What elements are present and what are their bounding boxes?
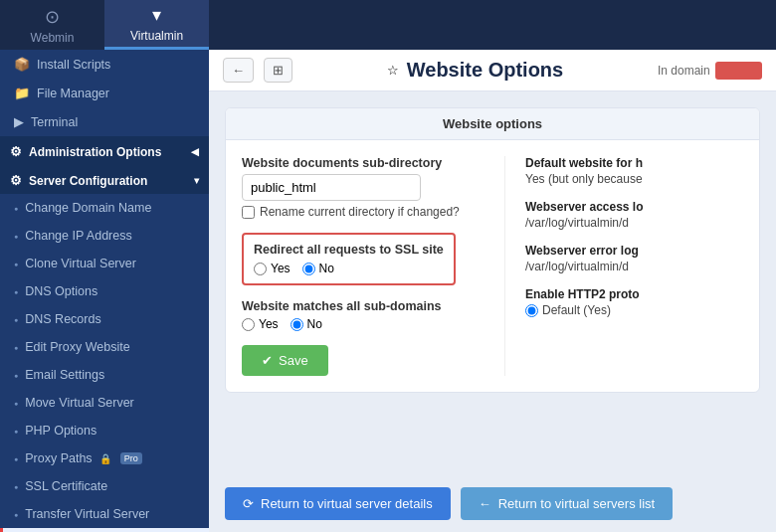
sidebar-item-terminal-label: Terminal [31, 115, 78, 129]
webmin-tab[interactable]: ⊙ Webmin [0, 0, 104, 50]
subdomains-no-text: No [307, 317, 322, 331]
in-domain-label: In domain [658, 64, 710, 78]
sidebar-item-email-settings[interactable]: ● Email Settings [0, 361, 209, 389]
sidebar-item-change-domain-name[interactable]: ● Change Domain Name [0, 194, 209, 222]
main-content: ← ⊞ ☆ Website Options In domain Website … [209, 50, 776, 532]
save-button[interactable]: ✔ Save [242, 345, 328, 376]
right-field-1: Default website for h Yes (but only beca… [525, 156, 743, 186]
subdomains-yes-text: Yes [259, 317, 279, 331]
sidebar-item-ssl-certificate[interactable]: ● SSL Certificate [0, 472, 209, 500]
save-checkmark-icon: ✔ [262, 353, 273, 368]
http2-default-text: Default (Yes) [542, 303, 611, 317]
ssl-redirect-label: Redirect all requests to SSL site [254, 243, 444, 257]
subdomains-no-radio[interactable] [291, 318, 303, 331]
sidebar-item-edit-proxy-website[interactable]: ● Edit Proxy Website [0, 333, 209, 361]
terminal-icon: ▶ [14, 114, 24, 129]
right-field-3-label: Webserver error log [525, 244, 743, 258]
dot-icon: ● [14, 483, 18, 490]
sidebar-item-terminal[interactable]: ▶ Terminal [0, 107, 209, 136]
subdomains-radio-row: Yes No [242, 317, 485, 331]
sidebar-item-label: Move Virtual Server [25, 396, 134, 410]
form-left: Website documents sub-directory Rename c… [242, 156, 485, 376]
footer-buttons: ⟳ Return to virtual server details ← Ret… [209, 475, 776, 532]
sidebar-item-label: DNS Records [25, 312, 100, 326]
http2-default-radio[interactable] [525, 304, 538, 317]
dot-icon: ● [14, 372, 18, 379]
return-details-icon: ⟳ [243, 496, 254, 511]
header-bar: ← ⊞ ☆ Website Options In domain [209, 50, 776, 91]
sidebar-section-administration[interactable]: ⚙ Administration Options ◀ [0, 136, 209, 165]
pro-badge: Pro [120, 452, 142, 464]
sidebar-item-php-options[interactable]: ● PHP Options [0, 417, 209, 444]
subdomains-no-label[interactable]: No [291, 317, 322, 331]
sidebar-item-label: DNS Options [25, 284, 97, 298]
dot-icon: ● [14, 205, 18, 212]
ssl-no-label[interactable]: No [302, 262, 334, 275]
sidebar-item-label: Edit Proxy Website [25, 340, 129, 354]
right-field-3: Webserver error log /var/log/virtualmin/… [525, 244, 743, 273]
subdomains-yes-label[interactable]: Yes [242, 317, 279, 331]
star-icon[interactable]: ☆ [387, 63, 399, 78]
subdomains-yes-radio[interactable] [242, 318, 255, 331]
ssl-radio-row: Yes No [254, 262, 444, 275]
dot-icon: ● [14, 233, 18, 240]
administration-chevron-icon: ◀ [191, 146, 199, 157]
right-field-4: Enable HTTP2 proto Default (Yes) [525, 287, 743, 317]
form-right: Default website for h Yes (but only beca… [504, 156, 743, 376]
sidebar-item-change-ip-address[interactable]: ● Change IP Address [0, 222, 209, 250]
sidebar-item-dns-records[interactable]: ● DNS Records [0, 305, 209, 333]
save-label: Save [279, 353, 308, 368]
install-scripts-icon: 📦 [14, 57, 30, 72]
sidebar-item-dns-options[interactable]: ● DNS Options [0, 277, 209, 305]
sidebar-section-server-config[interactable]: ⚙ Server Configuration ▾ [0, 165, 209, 194]
sidebar-item-file-manager-label: File Manager [37, 87, 109, 100]
right-field-4-value: Default (Yes) [525, 303, 743, 317]
right-field-2-label: Webserver access lo [525, 200, 743, 214]
ssl-no-text: No [319, 262, 334, 275]
sidebar-section-administration-label: Administration Options [29, 145, 161, 159]
right-field-1-value: Yes (but only because [525, 172, 743, 186]
virtualmin-tab[interactable]: ▾ Virtualmin [104, 0, 209, 50]
rename-checkbox[interactable] [242, 206, 255, 219]
sidebar-item-label: Change Domain Name [25, 201, 151, 215]
ssl-no-radio[interactable] [302, 263, 315, 275]
sidebar-item-install-scripts-label: Install Scripts [37, 58, 110, 72]
sidebar-item-label: SSL Certificate [25, 479, 107, 493]
sidebar-item-label: Transfer Virtual Server [25, 507, 149, 521]
return-details-label: Return to virtual server details [261, 496, 433, 511]
return-to-servers-list-button[interactable]: ← Return to virtual servers list [461, 487, 674, 520]
dot-icon: ● [14, 511, 18, 518]
sidebar-item-label: Clone Virtual Server [25, 257, 136, 270]
ssl-redirect-box: Redirect all requests to SSL site Yes No [242, 233, 456, 285]
subdomains-group: Website matches all sub-domains Yes No [242, 299, 485, 331]
sidebar-item-move-virtual-server[interactable]: ● Move Virtual Server [0, 389, 209, 417]
back-button[interactable]: ← [223, 58, 254, 83]
ssl-yes-text: Yes [271, 262, 291, 275]
ssl-yes-label[interactable]: Yes [254, 262, 291, 275]
right-field-1-label: Default website for h [525, 156, 743, 170]
dot-icon: ● [14, 344, 18, 351]
grid-button[interactable]: ⊞ [264, 58, 292, 83]
ssl-yes-radio[interactable] [254, 263, 267, 275]
virtualmin-label: Virtualmin [130, 29, 183, 43]
sidebar-item-label: Change IP Address [25, 229, 131, 243]
server-config-icon: ⚙ [10, 173, 22, 188]
dot-icon: ● [14, 428, 18, 435]
sidebar-item-clone-virtual-server[interactable]: ● Clone Virtual Server [0, 250, 209, 277]
card-header: Website options [226, 108, 759, 140]
right-field-4-label: Enable HTTP2 proto [525, 287, 743, 301]
subdomains-label: Website matches all sub-domains [242, 299, 485, 313]
return-to-server-details-button[interactable]: ⟳ Return to virtual server details [225, 487, 451, 520]
file-manager-icon: 📁 [14, 86, 30, 100]
sidebar-item-proxy-paths[interactable]: ● Proxy Paths 🔒 Pro [0, 444, 209, 472]
sidebar-section-server-config-label: Server Configuration [29, 174, 147, 188]
top-bar: ⊙ Webmin ▾ Virtualmin [0, 0, 776, 50]
form-body: Website documents sub-directory Rename c… [226, 140, 759, 392]
sidebar-item-install-scripts[interactable]: 📦 Install Scripts [0, 50, 209, 79]
webmin-label: Webmin [31, 31, 75, 45]
docs-subdir-input[interactable] [242, 174, 421, 201]
sidebar-item-website-options[interactable]: ● Website Options [0, 528, 209, 532]
domain-badge [715, 62, 762, 80]
sidebar-item-file-manager[interactable]: 📁 File Manager [0, 79, 209, 107]
sidebar-item-transfer-virtual-server[interactable]: ● Transfer Virtual Server [0, 500, 209, 528]
